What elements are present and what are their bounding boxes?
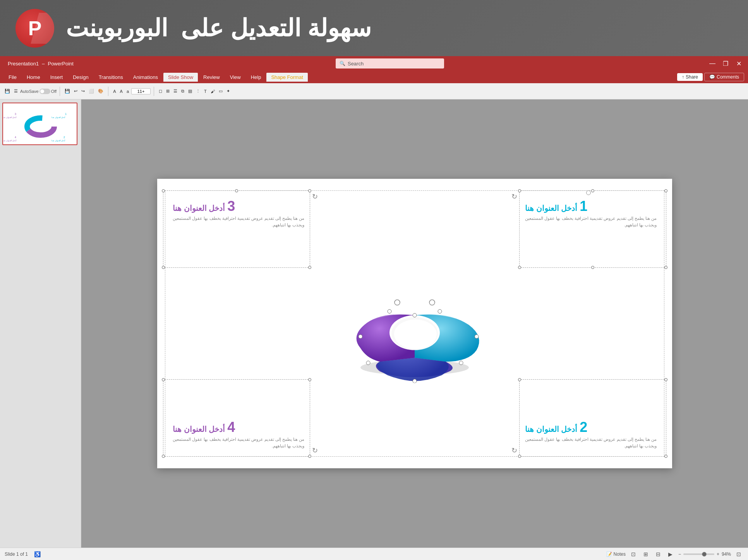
toolbar-color-button[interactable]: 🎨 [96, 88, 105, 94]
toolbar-group-misc: ◻ ⊞ ☰ ⧉ ▤ ⋮ T 🖌 ▭ ✦ [157, 88, 232, 94]
menu-slideshow[interactable]: Slide Show [163, 73, 198, 82]
restore-button[interactable]: ❐ [719, 57, 732, 70]
quadrant-1-title[interactable]: أدخل العنوان هنا [525, 204, 577, 213]
handle-bm[interactable] [591, 266, 594, 269]
handle-tl-br[interactable] [518, 378, 521, 381]
toolbar-text-button[interactable]: T [202, 88, 208, 94]
zoom-minus[interactable]: − [678, 551, 681, 557]
toolbar-group-save: 💾 ☰ AutoSave Off [3, 88, 57, 94]
toolbar-list-button[interactable]: ☰ [172, 88, 179, 94]
handle-tr-tl[interactable] [308, 189, 311, 192]
toolbar-align-button[interactable]: ▤ [187, 88, 194, 94]
share-icon: ↑ [682, 74, 684, 80]
comments-label: Comments [717, 74, 739, 80]
handle-bl-bl[interactable] [162, 455, 165, 458]
svg-point-14 [394, 320, 437, 349]
svg-point-23 [395, 300, 400, 305]
handle-tm[interactable] [591, 189, 594, 192]
slideshow-view-button[interactable]: ▶ [666, 550, 675, 559]
handle-tl[interactable] [518, 189, 521, 192]
close-button[interactable]: ✕ [733, 57, 745, 70]
menu-shape-format[interactable]: Shape Format [266, 73, 307, 82]
svg-point-16 [475, 335, 479, 339]
handle-tl-tl[interactable] [162, 189, 165, 192]
handle-tr-br[interactable] [664, 378, 667, 381]
toolbar-effects-button[interactable]: ✦ [225, 88, 232, 94]
quadrant-4-number: 4 [227, 419, 235, 435]
handle-tr-bl[interactable] [308, 378, 311, 381]
toolbar-group-file: 💾 ↩ ↪ ⬜ 🎨 [63, 88, 105, 94]
donut-chart[interactable] [329, 259, 500, 383]
toolbar-arrange-button[interactable]: ⊞ [165, 88, 171, 94]
svg-text:2: 2 [63, 136, 65, 139]
toolbar-save-button[interactable]: 💾 [63, 88, 72, 94]
rotate-icon-3[interactable]: ↻ [312, 192, 318, 201]
toolbar-undo-button[interactable]: ↩ [72, 88, 79, 94]
menu-review[interactable]: Review [199, 73, 225, 82]
toolbar-color2-button[interactable]: 🖌 [209, 88, 216, 94]
toolbar-copy-button[interactable]: ⧉ [180, 88, 186, 94]
handle-bl-br[interactable] [518, 455, 521, 458]
normal-view-button[interactable]: ⊡ [629, 550, 638, 559]
menu-help[interactable]: Help [246, 73, 266, 82]
menu-home[interactable]: Home [22, 73, 45, 82]
slide-sorter-button[interactable]: ⊞ [641, 550, 650, 559]
reading-view-button[interactable]: ⊟ [654, 550, 663, 559]
zoom-slider[interactable] [683, 553, 714, 555]
toolbar-format-a-small[interactable]: a [125, 88, 130, 94]
menu-file[interactable]: File [4, 73, 21, 82]
toolbar-redo-button[interactable]: ↪ [80, 88, 86, 94]
quadrant-2-title[interactable]: أدخل العنوان هنا [525, 425, 577, 434]
rotate-icon-4[interactable]: ↻ [312, 446, 318, 455]
toolbar-menu-icon[interactable]: ☰ [12, 88, 19, 94]
quadrant-3-number: 3 [227, 198, 235, 214]
handle-tl-bl[interactable] [162, 378, 165, 381]
slide-thumbnail-1[interactable]: 1 ★ 1 أدخل العنوان هنا 3 أدخل العنوان هن… [2, 103, 79, 145]
handle-br-br[interactable] [664, 455, 667, 458]
menu-view[interactable]: View [225, 73, 245, 82]
handle-tr[interactable] [664, 189, 667, 192]
handle-bl-tl[interactable] [162, 266, 165, 269]
toolbar-view-button[interactable]: ⬜ [87, 88, 96, 94]
search-box[interactable]: 🔍 Search [336, 58, 444, 69]
accessibility-icon[interactable]: ♿ [33, 550, 42, 559]
menu-animations[interactable]: Animations [129, 73, 163, 82]
notes-button[interactable]: 📝 Notes [606, 551, 626, 557]
font-size-input[interactable]: 11+ [131, 88, 151, 94]
rotate-handle-1[interactable] [586, 190, 591, 195]
handle-br[interactable] [664, 266, 667, 269]
handle-br-bl[interactable] [308, 455, 311, 458]
quadrant-3-title[interactable]: أدخل العنوان هنا [173, 204, 225, 213]
quadrant-top-right: 1 أدخل العنوان هنا من هنا يطمح إلى تقديم… [525, 198, 657, 228]
slide-thumb-svg: 1 أدخل العنوان هنا 3 أدخل العنوان هنا 2 … [3, 103, 77, 145]
slide-canvas[interactable]: 1 أدخل العنوان هنا من هنا يطمح إلى تقديم… [157, 179, 672, 468]
rotate-icon-1[interactable]: ↻ [511, 192, 517, 201]
menu-insert[interactable]: Insert [46, 73, 68, 82]
toolbar-format-a[interactable]: A [112, 88, 117, 94]
toolbar-shape-button[interactable]: ◻ [157, 88, 164, 94]
slide-thumb-1[interactable]: 1 أدخل العنوان هنا 3 أدخل العنوان هنا 2 … [2, 103, 77, 145]
handle-br-tl[interactable] [308, 266, 311, 269]
logo-letter: P [28, 17, 42, 40]
quadrant-4-title[interactable]: أدخل العنوان هنا [173, 425, 225, 434]
zoom-plus[interactable]: + [717, 551, 719, 557]
handle-bl[interactable] [518, 266, 521, 269]
handle-tm-tl[interactable] [235, 189, 238, 192]
toolbar-format-a-large[interactable]: A [118, 88, 124, 94]
comments-button[interactable]: 💬 Comments [704, 73, 744, 81]
share-button[interactable]: ↑ Share [677, 73, 703, 81]
toolbar-border-button[interactable]: ▭ [217, 88, 224, 94]
toolbar-save-icon[interactable]: 💾 [3, 88, 12, 94]
zoom-thumb [702, 552, 707, 557]
toolbar-more-button[interactable]: ⋮ [194, 88, 202, 94]
autosave-label: AutoSave [20, 89, 39, 94]
minimize-button[interactable]: — [706, 57, 719, 70]
menu-transitions[interactable]: Transitions [94, 73, 128, 82]
menu-design[interactable]: Design [68, 73, 93, 82]
autosave-toggle[interactable] [39, 89, 50, 94]
zoom-control: − + 94% [678, 551, 731, 557]
title-bar-center[interactable]: 🔍 Search [74, 58, 706, 69]
fit-to-window-button[interactable]: ⊡ [734, 550, 743, 559]
title-bar-left: Presentation1 – PowerPoint [0, 61, 74, 67]
rotate-icon-2[interactable]: ↻ [511, 446, 517, 455]
